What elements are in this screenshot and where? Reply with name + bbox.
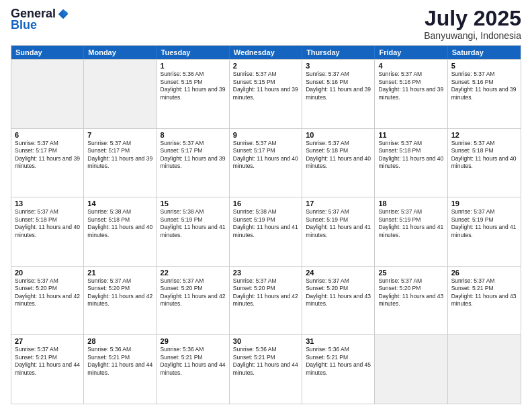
- calendar-cell: 3Sunrise: 5:37 AM Sunset: 5:16 PM Daylig…: [302, 60, 375, 128]
- logo-icon: [57, 8, 69, 20]
- calendar-cell: [448, 335, 521, 404]
- calendar-cell: 1Sunrise: 5:36 AM Sunset: 5:15 PM Daylig…: [157, 60, 230, 128]
- calendar-row: 20Sunrise: 5:37 AM Sunset: 5:20 PM Dayli…: [11, 266, 521, 335]
- calendar-cell: 26Sunrise: 5:37 AM Sunset: 5:21 PM Dayli…: [448, 267, 521, 335]
- cell-info: Sunrise: 5:38 AM Sunset: 5:18 PM Dayligh…: [87, 208, 152, 239]
- logo-blue: Blue: [11, 18, 37, 32]
- day-number: 12: [451, 131, 517, 139]
- cell-info: Sunrise: 5:37 AM Sunset: 5:21 PM Dayligh…: [15, 346, 80, 377]
- calendar-cell: 2Sunrise: 5:37 AM Sunset: 5:15 PM Daylig…: [230, 60, 302, 128]
- day-number: 7: [87, 131, 152, 139]
- calendar-cell: 28Sunrise: 5:36 AM Sunset: 5:21 PM Dayli…: [84, 335, 157, 404]
- calendar-cell: 6Sunrise: 5:37 AM Sunset: 5:17 PM Daylig…: [11, 129, 84, 197]
- cell-info: Sunrise: 5:37 AM Sunset: 5:18 PM Dayligh…: [378, 140, 443, 171]
- calendar-cell: 19Sunrise: 5:37 AM Sunset: 5:19 PM Dayli…: [448, 197, 521, 266]
- day-number: 15: [161, 199, 226, 208]
- day-number: 9: [233, 131, 298, 139]
- calendar-cell: 9Sunrise: 5:37 AM Sunset: 5:17 PM Daylig…: [230, 129, 302, 197]
- logo: General Blue: [11, 7, 69, 32]
- calendar-row: 13Sunrise: 5:37 AM Sunset: 5:18 PM Dayli…: [11, 197, 521, 266]
- calendar-cell: 14Sunrise: 5:38 AM Sunset: 5:18 PM Dayli…: [84, 197, 157, 266]
- cell-info: Sunrise: 5:37 AM Sunset: 5:21 PM Dayligh…: [451, 277, 517, 308]
- day-number: 30: [233, 337, 298, 345]
- calendar-cell: 16Sunrise: 5:38 AM Sunset: 5:19 PM Dayli…: [230, 197, 302, 266]
- calendar-cell: [375, 335, 447, 404]
- day-number: 22: [161, 269, 226, 277]
- calendar-cell: 8Sunrise: 5:37 AM Sunset: 5:17 PM Daylig…: [157, 129, 230, 197]
- calendar-cell: 27Sunrise: 5:37 AM Sunset: 5:21 PM Dayli…: [11, 335, 84, 404]
- cell-info: Sunrise: 5:37 AM Sunset: 5:19 PM Dayligh…: [378, 208, 443, 239]
- calendar-header-row: SundayMondayTuesdayWednesdayThursdayFrid…: [11, 46, 521, 59]
- calendar-cell: 30Sunrise: 5:36 AM Sunset: 5:21 PM Dayli…: [230, 335, 302, 404]
- day-number: 20: [15, 269, 80, 277]
- day-number: 24: [306, 269, 371, 277]
- day-number: 17: [306, 199, 371, 208]
- day-number: 31: [306, 337, 371, 345]
- calendar-cell: 13Sunrise: 5:37 AM Sunset: 5:18 PM Dayli…: [11, 197, 84, 266]
- calendar-header-cell: Wednesday: [230, 46, 302, 59]
- cell-info: Sunrise: 5:37 AM Sunset: 5:17 PM Dayligh…: [15, 140, 80, 171]
- cell-info: Sunrise: 5:37 AM Sunset: 5:20 PM Dayligh…: [306, 277, 371, 308]
- day-number: 3: [306, 62, 371, 70]
- calendar-row: 27Sunrise: 5:37 AM Sunset: 5:21 PM Dayli…: [11, 334, 521, 404]
- calendar-header-cell: Thursday: [302, 46, 375, 59]
- day-number: 26: [451, 269, 517, 277]
- cell-info: Sunrise: 5:37 AM Sunset: 5:19 PM Dayligh…: [451, 208, 517, 239]
- cell-info: Sunrise: 5:36 AM Sunset: 5:21 PM Dayligh…: [306, 346, 371, 377]
- cell-info: Sunrise: 5:37 AM Sunset: 5:16 PM Dayligh…: [451, 71, 517, 101]
- title-block: July 2025 Banyuwangi, Indonesia: [424, 7, 521, 41]
- calendar-header-cell: Tuesday: [157, 46, 230, 59]
- calendar-cell: 31Sunrise: 5:36 AM Sunset: 5:21 PM Dayli…: [302, 335, 375, 404]
- day-number: 14: [87, 199, 152, 208]
- header: General Blue July 2025 Banyuwangi, Indon…: [11, 7, 521, 41]
- cell-info: Sunrise: 5:37 AM Sunset: 5:20 PM Dayligh…: [161, 277, 226, 308]
- day-number: 13: [15, 199, 80, 208]
- calendar-cell: 25Sunrise: 5:37 AM Sunset: 5:20 PM Dayli…: [375, 267, 447, 335]
- month-year: July 2025: [424, 7, 521, 30]
- calendar-cell: 18Sunrise: 5:37 AM Sunset: 5:19 PM Dayli…: [375, 197, 447, 266]
- calendar: SundayMondayTuesdayWednesdayThursdayFrid…: [11, 45, 521, 404]
- day-number: 23: [233, 269, 298, 277]
- day-number: 21: [87, 269, 152, 277]
- cell-info: Sunrise: 5:37 AM Sunset: 5:20 PM Dayligh…: [233, 277, 298, 308]
- cell-info: Sunrise: 5:37 AM Sunset: 5:18 PM Dayligh…: [15, 208, 80, 239]
- calendar-header-cell: Monday: [84, 46, 157, 59]
- calendar-row: 1Sunrise: 5:36 AM Sunset: 5:15 PM Daylig…: [11, 59, 521, 128]
- calendar-header-cell: Friday: [375, 46, 447, 59]
- day-number: 27: [15, 337, 80, 345]
- cell-info: Sunrise: 5:36 AM Sunset: 5:21 PM Dayligh…: [161, 346, 226, 377]
- calendar-cell: 10Sunrise: 5:37 AM Sunset: 5:18 PM Dayli…: [302, 129, 375, 197]
- calendar-header-cell: Sunday: [11, 46, 84, 59]
- calendar-cell: 11Sunrise: 5:37 AM Sunset: 5:18 PM Dayli…: [375, 129, 447, 197]
- calendar-cell: 24Sunrise: 5:37 AM Sunset: 5:20 PM Dayli…: [302, 267, 375, 335]
- calendar-row: 6Sunrise: 5:37 AM Sunset: 5:17 PM Daylig…: [11, 128, 521, 197]
- calendar-cell: [84, 60, 157, 128]
- calendar-cell: 22Sunrise: 5:37 AM Sunset: 5:20 PM Dayli…: [157, 267, 230, 335]
- day-number: 18: [378, 199, 443, 208]
- day-number: 6: [15, 131, 80, 139]
- cell-info: Sunrise: 5:37 AM Sunset: 5:17 PM Dayligh…: [161, 140, 226, 171]
- day-number: 8: [161, 131, 226, 139]
- cell-info: Sunrise: 5:37 AM Sunset: 5:16 PM Dayligh…: [306, 71, 371, 101]
- cell-info: Sunrise: 5:36 AM Sunset: 5:15 PM Dayligh…: [161, 71, 226, 101]
- calendar-body: 1Sunrise: 5:36 AM Sunset: 5:15 PM Daylig…: [11, 59, 521, 404]
- calendar-cell: 21Sunrise: 5:37 AM Sunset: 5:20 PM Dayli…: [84, 267, 157, 335]
- cell-info: Sunrise: 5:37 AM Sunset: 5:15 PM Dayligh…: [233, 71, 298, 101]
- calendar-cell: 20Sunrise: 5:37 AM Sunset: 5:20 PM Dayli…: [11, 267, 84, 335]
- calendar-cell: 4Sunrise: 5:37 AM Sunset: 5:16 PM Daylig…: [375, 60, 447, 128]
- calendar-cell: 17Sunrise: 5:37 AM Sunset: 5:19 PM Dayli…: [302, 197, 375, 266]
- day-number: 4: [378, 62, 443, 70]
- cell-info: Sunrise: 5:36 AM Sunset: 5:21 PM Dayligh…: [233, 346, 298, 377]
- calendar-cell: 5Sunrise: 5:37 AM Sunset: 5:16 PM Daylig…: [448, 60, 521, 128]
- cell-info: Sunrise: 5:37 AM Sunset: 5:19 PM Dayligh…: [306, 208, 371, 239]
- cell-info: Sunrise: 5:36 AM Sunset: 5:21 PM Dayligh…: [87, 346, 152, 377]
- location: Banyuwangi, Indonesia: [424, 30, 521, 41]
- day-number: 1: [161, 62, 226, 70]
- day-number: 11: [378, 131, 443, 139]
- cell-info: Sunrise: 5:37 AM Sunset: 5:17 PM Dayligh…: [87, 140, 152, 171]
- day-number: 25: [378, 269, 443, 277]
- page: General Blue July 2025 Banyuwangi, Indon…: [0, 0, 532, 411]
- calendar-cell: 15Sunrise: 5:38 AM Sunset: 5:19 PM Dayli…: [157, 197, 230, 266]
- day-number: 2: [233, 62, 298, 70]
- cell-info: Sunrise: 5:37 AM Sunset: 5:20 PM Dayligh…: [87, 277, 152, 308]
